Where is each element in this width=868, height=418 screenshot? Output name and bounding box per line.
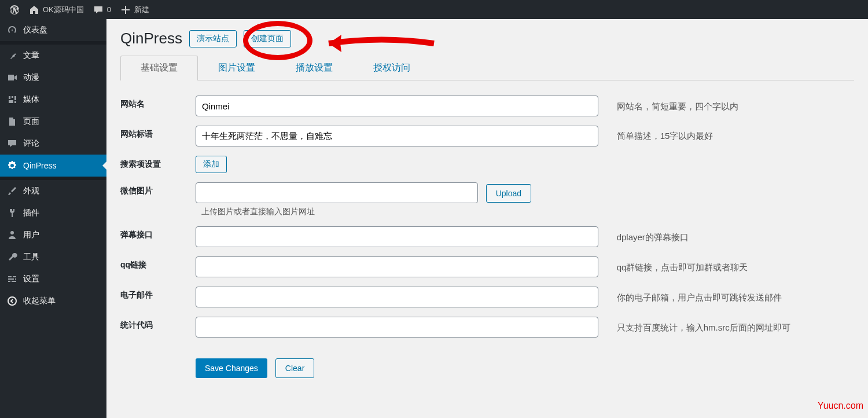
sidebar-item-page[interactable]: 页面 — [0, 111, 106, 133]
input-email[interactable] — [196, 287, 598, 307]
hint-wechat: 上传图片或者直接输入图片网址 — [196, 207, 854, 217]
input-qq[interactable] — [196, 256, 598, 277]
sidebar-item-label: 工具 — [23, 252, 39, 262]
gear-icon — [7, 160, 17, 171]
sliders-icon — [7, 274, 17, 284]
label-qq: qq链接 — [120, 252, 196, 282]
desc-stats: 只支持百度统计，输入hm.src后面的网址即可 — [617, 322, 790, 332]
admin-top-bar: OK源码中国 0 新建 — [0, 0, 868, 19]
input-site-name[interactable] — [196, 96, 598, 116]
input-wechat[interactable] — [196, 182, 478, 203]
demo-site-button[interactable]: 演示站点 — [189, 30, 237, 47]
new-content[interactable]: 新建 — [116, 0, 154, 19]
label-site-name: 网站名 — [120, 91, 196, 121]
wordpress-icon — [9, 5, 20, 15]
sidebar-item-label: 媒体 — [23, 94, 39, 105]
add-search-button[interactable]: 添加 — [196, 156, 227, 173]
desc-slogan: 简单描述，15字以内最好 — [617, 131, 713, 141]
site-name: OK源码中国 — [43, 5, 84, 15]
sidebar-item-label: 收起菜单 — [23, 296, 56, 306]
tab-授权访问[interactable]: 授权访问 — [353, 56, 431, 80]
comment-icon — [7, 138, 17, 149]
label-email: 电子邮件 — [120, 282, 196, 312]
sidebar-item-label: 外观 — [23, 186, 39, 196]
sidebar-item-video[interactable]: 动漫 — [0, 67, 106, 89]
sidebar-item-label: 页面 — [23, 116, 39, 127]
tab-图片设置[interactable]: 图片设置 — [198, 56, 275, 80]
sidebar-item-sliders[interactable]: 设置 — [0, 268, 106, 290]
label-wechat: 微信图片 — [120, 178, 196, 222]
comments-count: 0 — [107, 5, 111, 14]
sidebar-item-user[interactable]: 用户 — [0, 224, 106, 246]
wrench-icon — [7, 252, 17, 262]
media-icon — [7, 94, 17, 105]
desc-qq: qq群链接，点击即可加群或者聊天 — [617, 262, 748, 272]
label-danmaku: 弹幕接口 — [120, 222, 196, 252]
label-slogan: 网站标语 — [120, 121, 196, 151]
sidebar-item-label: 插件 — [23, 208, 39, 218]
input-danmaku[interactable] — [196, 226, 598, 247]
home-icon — [29, 5, 39, 15]
upload-button[interactable]: Upload — [486, 184, 531, 203]
desc-site-name: 网站名，简短重要，四个字以内 — [617, 101, 738, 111]
sidebar-item-label: 评论 — [23, 138, 39, 149]
comment-icon — [93, 5, 104, 15]
sidebar-item-wrench[interactable]: 工具 — [0, 246, 106, 268]
form-actions: Save Changes Clear — [196, 358, 854, 378]
input-slogan[interactable] — [196, 126, 598, 146]
admin-sidebar: 仪表盘文章动漫媒体页面评论QinPress外观插件用户工具设置收起菜单 — [0, 19, 106, 418]
create-page-button[interactable]: 创建页面 — [244, 30, 291, 47]
sidebar-item-brush[interactable]: 外观 — [0, 180, 106, 202]
sidebar-item-label: 文章 — [23, 50, 39, 61]
desc-email: 你的电子邮箱，用户点击即可跳转发送邮件 — [617, 292, 782, 302]
sidebar-item-label: 用户 — [23, 230, 39, 240]
plug-icon — [7, 208, 17, 218]
new-label: 新建 — [134, 5, 149, 15]
sidebar-item-label: 设置 — [23, 274, 39, 284]
desc-danmaku: dplayer的弹幕接口 — [617, 232, 689, 242]
sidebar-item-plug[interactable]: 插件 — [0, 202, 106, 224]
wp-logo[interactable] — [5, 0, 24, 19]
tab-基础设置[interactable]: 基础设置 — [120, 56, 198, 80]
sidebar-item-pin[interactable]: 文章 — [0, 45, 106, 67]
page-heading: QinPress 演示站点 创建页面 — [120, 30, 854, 47]
page-title: QinPress — [120, 30, 182, 47]
settings-tabs: 基础设置图片设置播放设置授权访问 — [120, 56, 854, 80]
dashboard-icon — [7, 25, 17, 35]
sidebar-item-gear[interactable]: QinPress — [0, 155, 106, 177]
clear-button[interactable]: Clear — [275, 358, 314, 378]
label-search: 搜索项设置 — [120, 151, 196, 178]
collapse-icon — [7, 296, 17, 306]
plus-icon — [120, 5, 131, 15]
content-area: QinPress 演示站点 创建页面 基础设置图片设置播放设置授权访问 网站名 … — [106, 19, 868, 418]
sidebar-item-label: QinPress — [23, 161, 57, 170]
save-button[interactable]: Save Changes — [196, 358, 267, 378]
user-icon — [7, 230, 17, 240]
sidebar-item-media[interactable]: 媒体 — [0, 89, 106, 111]
sidebar-item-dashboard[interactable]: 仪表盘 — [0, 19, 106, 41]
tab-播放设置[interactable]: 播放设置 — [275, 56, 353, 80]
page-icon — [7, 116, 17, 127]
label-stats: 统计代码 — [120, 312, 196, 342]
settings-form: 网站名 网站名，简短重要，四个字以内 网站标语 简单描述，15字以内最好 搜索项… — [120, 91, 854, 342]
brush-icon — [7, 186, 17, 196]
comments-link[interactable]: 0 — [89, 0, 116, 19]
sidebar-item-collapse[interactable]: 收起菜单 — [0, 290, 106, 312]
site-link[interactable]: OK源码中国 — [24, 0, 89, 19]
sidebar-item-comment[interactable]: 评论 — [0, 133, 106, 155]
video-icon — [7, 72, 17, 83]
pin-icon — [7, 50, 17, 61]
sidebar-item-label: 动漫 — [23, 72, 39, 83]
input-stats[interactable] — [196, 317, 598, 338]
sidebar-item-label: 仪表盘 — [23, 25, 47, 35]
